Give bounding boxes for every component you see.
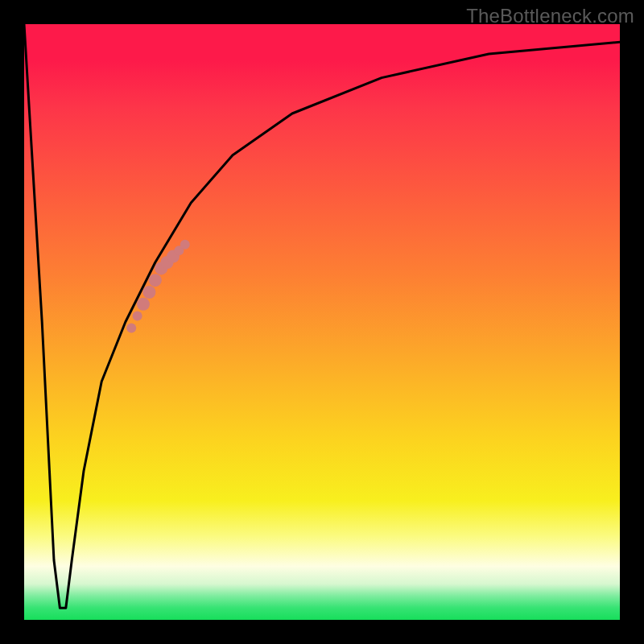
plot-area bbox=[24, 24, 620, 620]
gradient-background bbox=[24, 24, 620, 620]
chart-frame: TheBottleneck.com bbox=[0, 0, 644, 644]
